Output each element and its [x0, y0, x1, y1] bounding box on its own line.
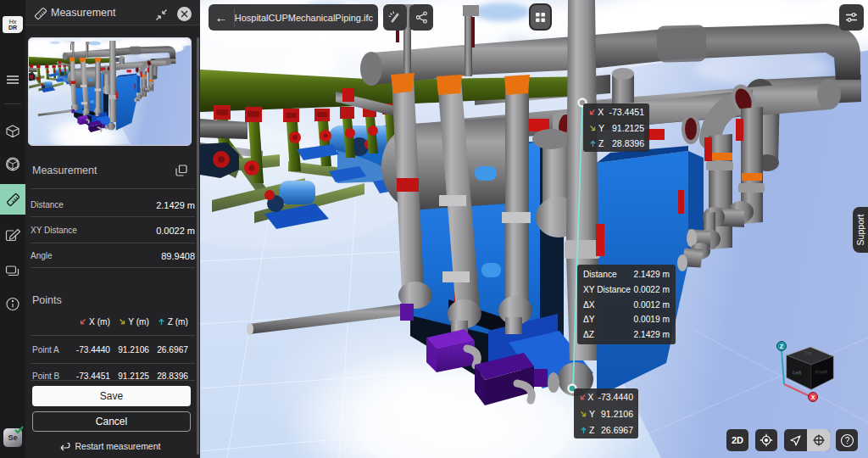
- svg-text:?: ?: [844, 436, 849, 445]
- svg-text:Top: Top: [804, 350, 812, 355]
- svg-text:Z: Z: [780, 344, 784, 349]
- svg-text:Front: Front: [815, 369, 828, 375]
- svg-text:Left: Left: [793, 370, 802, 376]
- svg-text:X: X: [811, 394, 815, 400]
